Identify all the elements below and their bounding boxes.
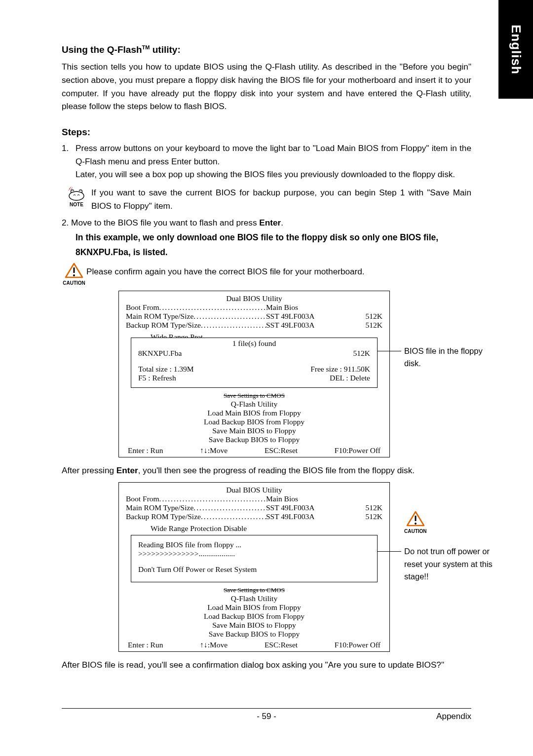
note-icon [68,186,85,201]
bios1-bottomkeys: Enter : Run ↑↓:Move ESC:Reset F10:Power … [126,446,382,455]
bios2-k-move: ↑↓:Move [200,641,228,649]
mainrom-val: SST 49LF003A [266,503,355,512]
bootfrom-label: Boot From [126,494,159,503]
step-1b-text: Later, you will see a box pop up showing… [76,169,455,179]
step-1-body: Press arrow buttons on your keyboard to … [76,142,471,181]
bios1-k-esc: ESC:Reset [265,446,298,455]
dots: ........................................… [159,494,266,503]
bios1-sizes: Total size : 1.39M Free size : 911.50K [138,365,370,374]
bios2-qflash: Q-Flash Utility [126,594,382,603]
backuprom-label: Backup ROM Type/Size [126,321,201,330]
callout-2-text: Do not trun off power or reset your syst… [404,545,503,583]
dots: ........................ [201,512,266,521]
steps-heading: Steps: [62,127,471,138]
bios1-filename: 8KNXPU.Fba [138,349,336,358]
bootfrom-k [355,303,382,312]
bios1-menu4: Save Backup BIOS to Floppy [126,435,382,444]
heading-suffix: utility: [150,44,180,55]
heading-using-qflash: Using the Q-FlashTM utility: [62,44,471,55]
bootfrom-val: Main Bios [266,303,355,312]
after-enter-prefix: After pressing [62,465,116,475]
bios2-title: Dual BIOS Utility [126,486,382,494]
example-bold-block: In this example, we only download one BI… [76,230,471,260]
step-1a-text: Press arrow buttons on your keyboard to … [76,143,471,166]
backuprom-val: SST 49LF003A [266,512,355,521]
bios1-filebox: 1 file(s) found 8KNXPU.Fba 512K Total si… [131,338,378,388]
bios1-k-enter: Enter : Run [128,446,163,455]
bios1-menu2: Load Backup BIOS from Floppy [126,417,382,426]
bios1-freesize: Free size : 911.50K [310,365,370,374]
mainrom-label: Main ROM Type/Size [126,503,193,512]
bios1-title: Dual BIOS Utility [126,294,382,303]
after-enter-paragraph: After pressing Enter, you'll then see th… [62,464,471,477]
backuprom-k: 512K [355,321,382,330]
bios2-k-f10: F10:Power Off [335,641,381,649]
mainrom-k: 512K [355,312,382,321]
bold-line-1: In this example, we only download one BI… [76,232,438,242]
heading-prefix: Using the Q-Flash [62,44,142,55]
after-read-paragraph: After BIOS file is read, you'll see a co… [62,659,471,672]
svg-point-4 [415,523,417,525]
step-2-prefix: 2. Move to the BIOS file you want to fla… [62,218,259,227]
svg-point-2 [73,274,75,276]
bios-box-1: Dual BIOS Utility Boot From ............… [118,291,390,457]
bios2-menu4: Save Backup BIOS to Floppy [126,630,382,639]
step-2-enter: Enter [259,218,281,227]
bios1-filesize: 512K [336,349,370,358]
bios1-backuprom: Backup ROM Type/Size ...................… [126,321,382,330]
note-block: NOTE If you want to save the current BIO… [62,186,471,212]
mainrom-k: 512K [355,503,382,512]
step-2: 2. Move to the BIOS file you want to fla… [62,216,471,229]
bios2-progressbox: Reading BIOS file from floppy ... >>>>>>… [131,535,378,582]
bios2-k-esc: ESC:Reset [265,641,298,649]
dots: ........................ [201,321,266,330]
bios2-backuprom: Backup ROM Type/Size ...................… [126,512,382,521]
bootfrom-k [355,494,382,503]
note-label: NOTE [70,202,83,207]
page-number: - 59 - [62,712,471,721]
language-tab: English [498,0,533,99]
bios1-qflash: Q-Flash Utility [126,400,382,409]
note-text: If you want to save the current BIOS for… [91,186,471,212]
bios1-k-move: ↑↓:Move [200,446,228,455]
page-footer: - 59 - Appendix [62,708,471,721]
step-2-suffix: . [281,218,283,227]
caution-icon [406,511,425,528]
bios2-menu2: Load Backup BIOS from Floppy [126,612,382,621]
tm-mark: TM [142,44,150,50]
caution-label-side: CAUTION [404,529,427,534]
bootfrom-val: Main Bios [266,494,355,503]
bios2-bootfrom: Boot From ..............................… [126,494,382,503]
dots: ............................... [193,503,266,512]
bios1-del: DEL : Delete [330,374,370,382]
dots: ........................................… [159,303,266,312]
dots: ............................... [193,312,266,321]
callout-1-text: BIOS file in the floppy disk. [404,345,498,370]
after-enter-bold: Enter [116,465,138,475]
bios1-mainrom: Main ROM Type/Size .....................… [126,312,382,321]
bios-screenshot-1: Dual BIOS Utility Boot From ............… [62,291,471,457]
bios-box-2: Dual BIOS Utility Boot From ............… [118,482,390,652]
bios2-mainrom: Main ROM Type/Size .....................… [126,503,382,512]
bios1-menu3: Save Main BIOS to Floppy [126,426,382,435]
bios2-menu3: Save Main BIOS to Floppy [126,621,382,630]
step-1: 1. Press arrow buttons on your keyboard … [62,142,471,181]
bios1-k-f10: F10:Power Off [335,446,381,455]
bios2-menu1: Load Main BIOS from Floppy [126,603,382,612]
caution-text: Please confirm again you have the correc… [86,263,471,286]
caution-side: CAUTION [404,511,427,534]
bios1-f5: F5 : Refresh [138,374,176,382]
bios2-reading: Reading BIOS file from floppy ... [138,540,370,549]
bold-line-2: 8KNXPU.Fba, is listed. [76,247,168,257]
mainrom-label: Main ROM Type/Size [126,312,193,321]
caution-icon-col: CAUTION [62,263,86,286]
caution-block: CAUTION Please confirm again you have th… [62,263,471,286]
mainrom-val: SST 49LF003A [266,312,355,321]
step-1-number: 1. [62,142,76,181]
bios1-innerkeys: F5 : Refresh DEL : Delete [138,374,370,382]
caution-icon [65,263,83,279]
intro-paragraph: This section tells you how to update BIO… [62,60,471,113]
bios-screenshot-2: Dual BIOS Utility Boot From ............… [62,482,471,652]
bios1-strike: Save Settings to CMOS [126,392,382,400]
bios1-filesfound: 1 file(s) found [138,339,370,348]
